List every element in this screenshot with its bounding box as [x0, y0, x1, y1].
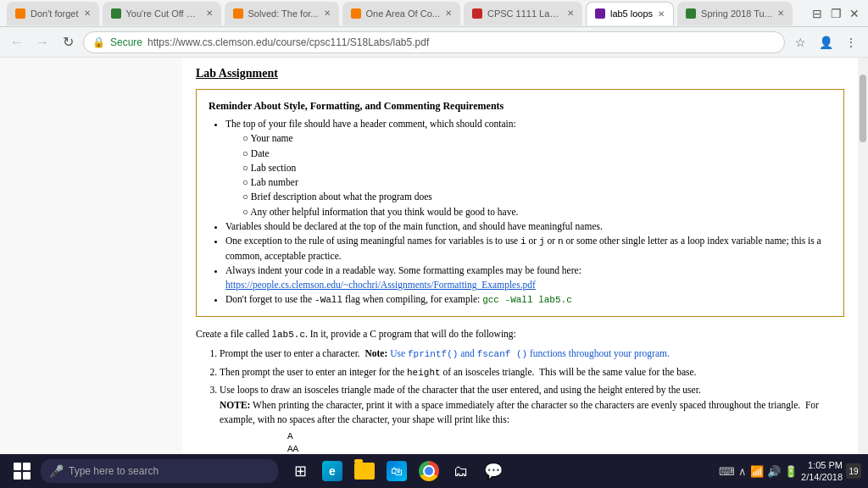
reminder-item-5: Don't forget to use the -Wall flag when …	[225, 292, 832, 308]
subitem-date: Date	[242, 147, 832, 161]
numbered-item-1: Prompt the user to enter a character. No…	[220, 347, 844, 362]
tab-favicon-5	[472, 8, 482, 19]
intro-text: Create a file called lab5.c. In it, prov…	[196, 327, 844, 342]
subitem-other-info: Any other helpful information that you t…	[242, 205, 832, 219]
system-tray: ⌨ ∧ 📶 🔊 🔋 1:05 PM 2/14/2018 19	[719, 459, 861, 484]
pdf-content: Lab Assignment Reminder About Style, For…	[182, 58, 858, 454]
taskbar: 🎤 Type here to search ⊞ e 🛍 🗂 💬 ⌨ ∧	[0, 454, 868, 488]
tab-label-5: CPSC 1111 Lab...	[487, 8, 562, 19]
store-icon: 🛍	[387, 461, 407, 481]
reminder-item-3: One exception to the rule of using meani…	[225, 234, 832, 263]
sys-icons: ⌨ ∧ 📶 🔊 🔋	[719, 465, 798, 478]
tab-favicon-7	[686, 8, 696, 19]
section-title: Lab Assignment	[196, 64, 844, 82]
tab-solved[interactable]: Solved: The for... ✕	[225, 2, 339, 25]
subitem-brief-desc: Brief description about what the program…	[242, 190, 832, 204]
formatting-link[interactable]: https://people.cs.clemson.edu/~chochri/A…	[225, 280, 536, 290]
url-display[interactable]: https://www.cs.clemson.edu/course/cpsc11…	[147, 36, 429, 48]
tab-label-3: Solved: The for...	[248, 8, 319, 19]
code-no-spaces: AAAAAAAAAAAAAAA	[287, 430, 844, 454]
numbered-item-2: Then prompt the user to enter an integer…	[220, 365, 844, 380]
taskbar-app-chrome[interactable]	[414, 456, 444, 486]
tab-close-1[interactable]: ✕	[84, 8, 91, 18]
title-bar: Don't forget ✕ You're Cut Off H... ✕ Sol…	[0, 0, 868, 27]
scrollbar-thumb[interactable]	[860, 75, 866, 142]
tab-close-2[interactable]: ✕	[206, 8, 213, 18]
address-bar: ← → ↻ 🔒 Secure https://www.cs.clemson.ed…	[0, 27, 868, 58]
clock-time: 1:05 PM	[801, 459, 843, 471]
refresh-button[interactable]: ↻	[58, 32, 78, 53]
menu-button[interactable]: ⋮	[841, 32, 861, 53]
tab-label-7: Spring 2018 Tu...	[701, 8, 772, 19]
reminder-item-2: Variables should be declared at the top …	[225, 219, 832, 234]
subitem-lab-section: Lab section	[242, 161, 832, 175]
tab-label-4: One Area Of Co...	[366, 8, 440, 19]
reminder-sublist: Your name Date Lab section Lab number Br…	[225, 131, 832, 219]
tab-close-3[interactable]: ✕	[324, 8, 331, 18]
scrollbar[interactable]	[858, 58, 868, 454]
search-bar[interactable]: 🎤 Type here to search	[41, 459, 278, 483]
tab-favicon-1	[15, 8, 25, 19]
close-button[interactable]: ✕	[848, 7, 861, 20]
taskbar-app-store[interactable]: 🛍	[381, 456, 412, 486]
taskbar-app-extra1[interactable]: 🗂	[446, 456, 476, 486]
tab-cpsc[interactable]: CPSC 1111 Lab... ✕	[464, 2, 582, 25]
tab-favicon-6	[595, 8, 605, 19]
tab-one-area[interactable]: One Area Of Co... ✕	[342, 2, 460, 25]
start-button[interactable]	[7, 456, 37, 486]
tab-close-6[interactable]: ✕	[658, 9, 665, 19]
windows-icon	[14, 463, 31, 480]
main-area: Lab Assignment Reminder About Style, For…	[0, 58, 868, 454]
keyboard-icon[interactable]: ⌨	[719, 465, 735, 478]
clock-date: 2/14/2018	[801, 471, 843, 483]
tab-youre-cut-off[interactable]: You're Cut Off H... ✕	[103, 2, 221, 25]
tab-favicon-2	[111, 8, 121, 19]
tab-favicon-3	[233, 8, 243, 19]
tab-close-7[interactable]: ✕	[777, 8, 784, 18]
chrome-icon	[419, 461, 439, 481]
reminder-title: Reminder About Style, Formatting, and Co…	[209, 98, 832, 114]
reminder-item-1: The top of your file should have a heade…	[225, 117, 832, 219]
tab-close-4[interactable]: ✕	[445, 8, 452, 18]
taskbar-icons: ⊞ e 🛍 🗂 💬	[285, 456, 509, 486]
reminder-box: Reminder About Style, Formatting, and Co…	[196, 89, 844, 317]
taskbar-app-extra2[interactable]: 💬	[478, 456, 509, 486]
tab-lab5-loops[interactable]: lab5 loops ✕	[586, 2, 674, 25]
taskbar-app-task-view[interactable]: ⊞	[285, 456, 315, 486]
speaker-icon[interactable]: 🔊	[767, 465, 781, 478]
time-block[interactable]: 1:05 PM 2/14/2018	[801, 459, 843, 484]
reminder-list: The top of your file should have a heade…	[209, 117, 832, 308]
battery-icon: 🔋	[784, 465, 798, 478]
edge-icon: e	[322, 461, 342, 481]
reminder-item-4: Always indent your code in a readable wa…	[225, 263, 832, 293]
restore-button[interactable]: ❐	[829, 7, 843, 20]
tab-label-6: lab5 loops	[610, 8, 653, 19]
window-controls: ⊟ ❐ ✕	[810, 7, 861, 20]
numbered-list: Prompt the user to enter a character. No…	[196, 347, 844, 454]
bookmark-button[interactable]: ☆	[790, 32, 810, 53]
folder-icon	[354, 463, 375, 480]
left-margin	[0, 58, 182, 454]
microphone-icon: 🎤	[49, 464, 64, 478]
subitem-lab-number: Lab number	[242, 175, 832, 190]
tab-close-5[interactable]: ✕	[567, 8, 574, 18]
subitem-name: Your name	[242, 131, 832, 146]
secure-label: Secure	[110, 36, 142, 48]
up-arrow-icon[interactable]: ∧	[738, 465, 747, 478]
back-button[interactable]: ←	[7, 32, 27, 53]
numbered-item-3: Use loops to draw an isosceles triangle …	[220, 383, 844, 454]
taskbar-app-edge[interactable]: e	[317, 456, 348, 486]
tab-favicon-4	[351, 8, 361, 19]
minimize-button[interactable]: ⊟	[810, 7, 824, 20]
secure-icon: 🔒	[92, 36, 105, 48]
tab-label-1: Don't forget	[31, 8, 79, 19]
tab-dont-forget[interactable]: Don't forget ✕	[7, 2, 99, 25]
account-button[interactable]: 👤	[815, 32, 836, 53]
tab-spring[interactable]: Spring 2018 Tu... ✕	[677, 2, 793, 25]
notification-badge[interactable]: 19	[846, 463, 861, 479]
tab-label-2: You're Cut Off H...	[126, 8, 201, 19]
forward-button[interactable]: →	[32, 32, 53, 53]
network-icon[interactable]: 📶	[750, 465, 764, 478]
search-text: Type here to search	[69, 465, 159, 477]
taskbar-app-explorer[interactable]	[349, 456, 380, 486]
